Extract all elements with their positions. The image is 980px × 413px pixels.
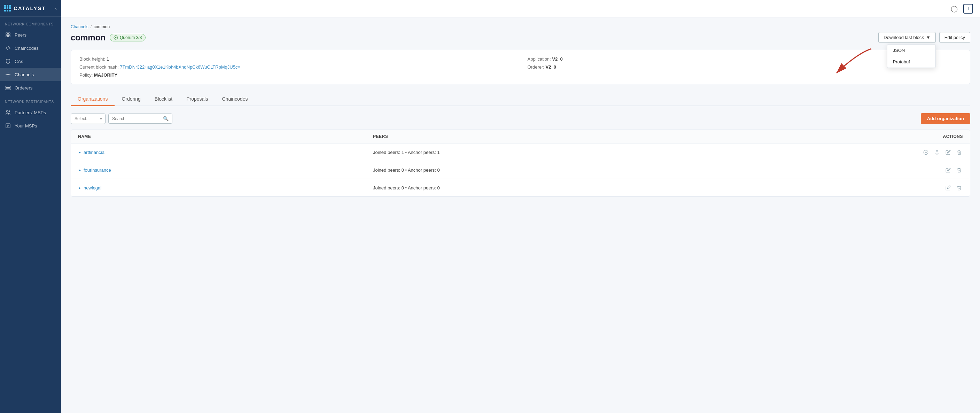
delete-icon[interactable] xyxy=(955,148,963,156)
sidebar-item-peers[interactable]: Peers xyxy=(0,28,61,41)
svg-rect-6 xyxy=(6,87,10,89)
sidebar-item-your-msps-label: Your MSPs xyxy=(14,123,37,129)
edit-icon[interactable] xyxy=(944,148,952,156)
download-dropdown-wrapper: Download last block ▼ JSON Protobuf xyxy=(878,32,936,43)
svg-rect-3 xyxy=(8,35,10,37)
sidebar-item-channels[interactable]: Channels xyxy=(0,68,61,81)
org-name-newlegal[interactable]: ► newlegal xyxy=(78,185,373,191)
breadcrumb-parent-link[interactable]: Channels xyxy=(71,24,89,29)
table-row: ► artfinancial Joined peers: 1 • Anchor … xyxy=(71,143,970,161)
sidebar-item-chaincodes-label: Chaincodes xyxy=(14,46,39,51)
sidebar-item-orderers-label: Orderers xyxy=(14,85,32,91)
actions-newlegal xyxy=(816,184,963,192)
info-card: Block height: 1 Application: V2_0 Curren… xyxy=(71,50,970,84)
page-content: Channels / common common Quorum 3/3 Down… xyxy=(61,17,980,413)
sidebar-item-cas[interactable]: CAs xyxy=(0,55,61,68)
quorum-label: Quorum 3/3 xyxy=(120,35,142,40)
block-height-value: 1 xyxy=(107,56,109,62)
chaincodes-icon xyxy=(5,45,11,51)
policy-row: Policy: MAJORITY xyxy=(80,72,514,78)
org-name-fourinsurance[interactable]: ► fourinsurance xyxy=(78,167,373,173)
filter-left: Select... ▼ 🔍 xyxy=(71,114,172,124)
block-hash-label: Current block hash: xyxy=(80,64,120,70)
actions-fourinsurance xyxy=(816,166,963,174)
page-title-row: common Quorum 3/3 xyxy=(71,33,146,43)
logo-icon xyxy=(4,5,11,11)
svg-rect-7 xyxy=(6,89,10,90)
add-peer-icon[interactable] xyxy=(922,148,929,156)
svg-rect-5 xyxy=(6,86,10,87)
svg-rect-2 xyxy=(6,35,8,37)
svg-point-8 xyxy=(6,110,8,112)
network-components-label: Network components xyxy=(0,17,61,28)
sidebar-item-peers-label: Peers xyxy=(14,32,27,38)
check-circle-icon xyxy=(113,35,118,40)
quorum-badge: Quorum 3/3 xyxy=(110,34,146,41)
add-organization-button[interactable]: Add organization xyxy=(921,113,970,124)
policy-label: Policy: xyxy=(80,72,94,78)
sidebar-item-your-msps[interactable]: Your MSPs xyxy=(0,119,61,132)
org-name-artfinancial[interactable]: ► artfinancial xyxy=(78,150,373,155)
table-header: Name Peers Actions xyxy=(71,130,970,143)
download-last-block-button[interactable]: Download last block ▼ xyxy=(878,32,936,43)
organizations-table: Name Peers Actions ► artfinancial Joined… xyxy=(71,130,970,197)
tab-proposals[interactable]: Proposals xyxy=(179,93,215,106)
tab-chaincodes[interactable]: Chaincodes xyxy=(215,93,255,106)
page-header: common Quorum 3/3 Download last block ▼ … xyxy=(71,32,970,43)
cas-icon xyxy=(5,58,11,64)
sidebar-item-channels-label: Channels xyxy=(14,72,34,77)
svg-point-14 xyxy=(936,150,937,151)
avatar[interactable]: I xyxy=(963,4,973,14)
sidebar-item-partners-msps-label: Partners' MSPs xyxy=(14,110,46,115)
partners-icon xyxy=(5,110,11,116)
tabs: Organizations Ordering Blocklist Proposa… xyxy=(71,93,970,106)
tab-organizations[interactable]: Organizations xyxy=(71,93,115,106)
filter-bar: Select... ▼ 🔍 Add organization xyxy=(71,113,970,124)
application-label: Application: xyxy=(528,56,552,62)
sidebar-collapse-button[interactable]: ‹ xyxy=(55,6,57,11)
peers-newlegal: Joined peers: 0 • Anchor peers: 0 xyxy=(373,185,816,191)
application-value: V2_0 xyxy=(552,56,562,62)
app-name: CATALYST xyxy=(4,5,46,11)
anchor-icon[interactable] xyxy=(933,148,941,156)
row-chevron-icon: ► xyxy=(78,168,81,172)
breadcrumb-current: common xyxy=(94,24,110,29)
block-hash-link[interactable]: 7TmDNr322+ag0X1e1Kbh4bXnqNpCk6WuCLTRpMqJ… xyxy=(120,64,240,70)
main-content: ◯ I Channels / common common Quorum 3/3 … xyxy=(61,0,980,413)
delete-icon[interactable] xyxy=(955,166,963,174)
channels-icon xyxy=(5,71,11,78)
edit-icon[interactable] xyxy=(944,166,952,174)
search-input[interactable] xyxy=(112,116,161,121)
sidebar-item-partners-msps[interactable]: Partners' MSPs xyxy=(0,106,61,119)
table-row: ► fourinsurance Joined peers: 0 • Anchor… xyxy=(71,161,970,179)
search-box: 🔍 xyxy=(108,114,172,124)
tab-ordering[interactable]: Ordering xyxy=(115,93,147,106)
edit-icon[interactable] xyxy=(944,184,952,192)
sidebar-item-cas-label: CAs xyxy=(14,59,23,64)
tab-blocklist[interactable]: Blocklist xyxy=(148,93,179,106)
orderer-value: V2_0 xyxy=(546,64,556,70)
dropdown-item-protobuf[interactable]: Protobuf xyxy=(887,56,935,68)
network-participants-label: Network participants xyxy=(0,94,61,106)
filter-select[interactable]: Select... xyxy=(71,114,105,124)
block-height-row: Block height: 1 xyxy=(80,56,514,62)
search-icon: 🔍 xyxy=(163,116,169,121)
your-msps-icon xyxy=(5,122,11,129)
sidebar-item-orderers[interactable]: Orderers xyxy=(0,81,61,94)
row-chevron-icon: ► xyxy=(78,151,81,154)
column-name: Name xyxy=(78,134,373,139)
sidebar: CATALYST ‹ Network components Peers Chai… xyxy=(0,0,61,413)
orderers-icon xyxy=(5,85,11,91)
dropdown-item-json[interactable]: JSON xyxy=(887,44,935,56)
delete-icon[interactable] xyxy=(955,184,963,192)
sidebar-item-chaincodes[interactable]: Chaincodes xyxy=(0,41,61,55)
chevron-down-icon: ▼ xyxy=(926,35,931,40)
breadcrumb: Channels / common xyxy=(71,24,970,29)
svg-rect-0 xyxy=(6,33,8,35)
sidebar-logo: CATALYST ‹ xyxy=(0,0,61,17)
edit-policy-button[interactable]: Edit policy xyxy=(939,32,970,43)
peers-artfinancial: Joined peers: 1 • Anchor peers: 1 xyxy=(373,150,816,155)
notifications-icon[interactable]: ◯ xyxy=(951,5,958,13)
column-actions: Actions xyxy=(816,134,963,139)
peers-icon xyxy=(5,32,11,38)
